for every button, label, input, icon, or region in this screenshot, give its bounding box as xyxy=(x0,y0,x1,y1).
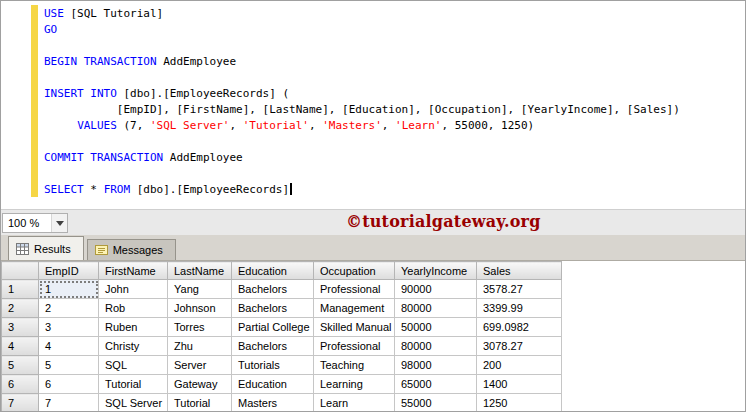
grid-cell[interactable]: Gateway xyxy=(168,375,232,394)
messages-icon xyxy=(95,244,108,256)
grid-cell[interactable]: Christy xyxy=(99,337,168,356)
code-token: SELECT xyxy=(44,183,84,196)
grid-cell[interactable]: 4 xyxy=(39,337,99,356)
grid-cell[interactable]: 3399.99 xyxy=(477,299,562,318)
tab-results-label: Results xyxy=(34,243,71,255)
code-line: VALUES (7, 'SQL Server', 'Tutorial', 'Ma… xyxy=(44,118,680,134)
grid-cell[interactable]: 50000 xyxy=(395,318,477,337)
text-caret xyxy=(290,183,292,195)
code-token: [dbo].[EmployeeRecords] xyxy=(130,183,289,196)
grid-cell[interactable]: 80000 xyxy=(395,299,477,318)
grid-cell[interactable]: 1400 xyxy=(477,375,562,394)
column-header-firstname[interactable]: FirstName xyxy=(99,262,168,280)
column-header-yearlyincome[interactable]: YearlyIncome xyxy=(395,262,477,280)
grid-cell[interactable]: Tutorial xyxy=(99,375,168,394)
code-line xyxy=(44,134,680,150)
grid-cell[interactable]: Professional xyxy=(314,337,395,356)
grid-cell[interactable]: 90000 xyxy=(395,280,477,299)
row-header[interactable]: 4 xyxy=(2,337,39,356)
code-line: SELECT * FROM [dbo].[EmployeeRecords] xyxy=(44,182,680,198)
code-token: AddEmployee xyxy=(157,55,236,68)
grid-cell[interactable]: 3 xyxy=(39,318,99,337)
grid-cell[interactable]: 2 xyxy=(39,299,99,318)
code-token: GO xyxy=(44,23,57,36)
watermark: ©tutorialgateway.org xyxy=(346,212,541,231)
chevron-down-shape xyxy=(56,221,64,226)
grid-cell[interactable]: Partial College xyxy=(232,318,314,337)
grid-cell[interactable]: Education xyxy=(232,375,314,394)
grid-cell[interactable]: Teaching xyxy=(314,356,395,375)
grid-cell[interactable]: 98000 xyxy=(395,356,477,375)
row-header[interactable]: 7 xyxy=(2,394,39,412)
grid-cell[interactable]: 3578.27 xyxy=(477,280,562,299)
grid-cell[interactable]: Rob xyxy=(99,299,168,318)
grid-cell[interactable]: 5 xyxy=(39,356,99,375)
grid-cell[interactable]: 65000 xyxy=(395,375,477,394)
grid-cell[interactable]: 7 xyxy=(39,394,99,412)
grid-header-row: EmpIDFirstNameLastNameEducationOccupatio… xyxy=(2,262,562,280)
grid-cell[interactable]: Ruben xyxy=(99,318,168,337)
change-tracking-margin xyxy=(31,5,38,197)
grid-cell[interactable]: Bachelors xyxy=(232,299,314,318)
grid-cell[interactable]: Learning xyxy=(314,375,395,394)
code-line: [EmpID], [FirstName], [LastName], [Educa… xyxy=(44,102,680,118)
code-token: [dbo].[EmployeeRecords] ( xyxy=(117,87,289,100)
grid-cell[interactable]: 3078.27 xyxy=(477,337,562,356)
grid-cell[interactable]: Skilled Manual xyxy=(314,318,395,337)
tab-messages[interactable]: Messages xyxy=(87,239,176,260)
grid-cell[interactable]: SQL xyxy=(99,356,168,375)
grid-cell[interactable]: Server xyxy=(168,356,232,375)
column-header-lastname[interactable]: LastName xyxy=(168,262,232,280)
zoom-select[interactable]: 100 % xyxy=(2,213,68,233)
editor-status-bar: 100 % ©tutorialgateway.org xyxy=(1,209,745,235)
tab-results[interactable]: Results xyxy=(8,236,84,260)
grid-cell[interactable]: Tutorial xyxy=(168,394,232,412)
grid-cell[interactable]: SQL Server xyxy=(99,394,168,412)
code-line xyxy=(44,38,680,54)
column-header-education[interactable]: Education xyxy=(232,262,314,280)
column-header-empid[interactable]: EmpID xyxy=(39,262,99,280)
chevron-down-icon[interactable] xyxy=(51,214,67,232)
grid-cell[interactable]: Yang xyxy=(168,280,232,299)
row-header[interactable]: 5 xyxy=(2,356,39,375)
code-token: 'Learn' xyxy=(395,119,441,132)
sql-editor[interactable]: USE [SQL Tutorial]GOBEGIN TRANSACTION Ad… xyxy=(1,1,745,209)
code-token: 'Masters' xyxy=(322,119,382,132)
grid-cell[interactable]: Professional xyxy=(314,280,395,299)
grid-cell[interactable]: Management xyxy=(314,299,395,318)
grid-cell[interactable]: Torres xyxy=(168,318,232,337)
grid-cell[interactable]: John xyxy=(99,280,168,299)
grid-cell[interactable]: Learn xyxy=(314,394,395,412)
table-row: 77SQL ServerTutorialMastersLearn55000125… xyxy=(2,394,562,412)
grid-cell[interactable]: Bachelors xyxy=(232,280,314,299)
row-header[interactable]: 6 xyxy=(2,375,39,394)
grid-cell[interactable]: 200 xyxy=(477,356,562,375)
column-header-occupation[interactable]: Occupation xyxy=(314,262,395,280)
code-token: BEGIN TRANSACTION xyxy=(44,55,157,68)
grid-cell[interactable]: 1250 xyxy=(477,394,562,412)
table-row: 55SQLServerTutorialsTeaching98000200 xyxy=(2,356,562,375)
code-token: 'SQL Server' xyxy=(150,119,229,132)
grid-cell[interactable]: Tutorials xyxy=(232,356,314,375)
grid-cell[interactable]: 6 xyxy=(39,375,99,394)
grid-cell[interactable]: Bachelors xyxy=(232,337,314,356)
code-token: INSERT INTO xyxy=(44,87,117,100)
row-header[interactable]: 2 xyxy=(2,299,39,318)
table-row: 66TutorialGatewayEducationLearning650001… xyxy=(2,375,562,394)
results-grid-icon xyxy=(16,243,29,255)
column-header-sales[interactable]: Sales xyxy=(477,262,562,280)
grid-cell[interactable]: 699.0982 xyxy=(477,318,562,337)
grid-cell[interactable]: Johnson xyxy=(168,299,232,318)
results-grid: EmpIDFirstNameLastNameEducationOccupatio… xyxy=(1,261,562,412)
grid-cell[interactable]: 80000 xyxy=(395,337,477,356)
code-token: [EmpID], [FirstName], [LastName], [Educa… xyxy=(44,103,680,116)
grid-cell[interactable]: 55000 xyxy=(395,394,477,412)
results-grid-area: EmpIDFirstNameLastNameEducationOccupatio… xyxy=(1,261,745,412)
grid-cell[interactable]: Masters xyxy=(232,394,314,412)
code-line: GO xyxy=(44,22,680,38)
select-all-corner[interactable] xyxy=(2,262,39,280)
row-header[interactable]: 1 xyxy=(2,280,39,299)
grid-cell[interactable]: 1 xyxy=(39,280,99,299)
grid-cell[interactable]: Zhu xyxy=(168,337,232,356)
row-header[interactable]: 3 xyxy=(2,318,39,337)
